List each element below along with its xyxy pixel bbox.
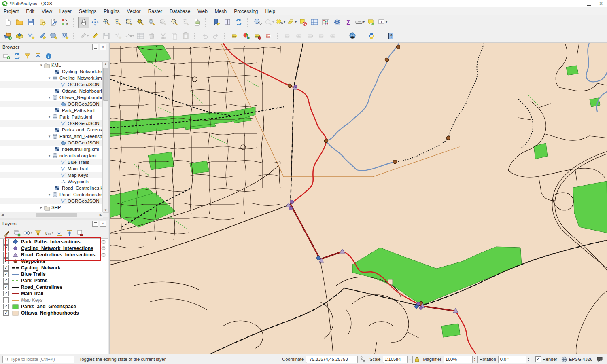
layer-item-park_paths[interactable]: ✓Park_Paths [0, 277, 108, 284]
menu-settings[interactable]: Settings [75, 7, 100, 15]
statistical-summary-button[interactable]: Σ [343, 17, 354, 28]
layer-labeling-button[interactable]: abc [229, 30, 241, 42]
layer-item-waypoints[interactable]: ✓Waypoints [0, 258, 108, 265]
expander-icon[interactable]: ▾ [47, 154, 52, 158]
processing-toolbox-button[interactable] [331, 17, 343, 28]
menu-layer[interactable]: Layer [56, 7, 75, 15]
current-edits-button[interactable]: ▾ [78, 30, 89, 42]
move-label-button[interactable]: abc [282, 30, 294, 42]
refresh-map-button[interactable] [233, 17, 244, 28]
filter-legend-button[interactable] [33, 229, 43, 237]
magnifier-spinner[interactable]: ▴▾ [473, 356, 478, 363]
layer-checkbox[interactable]: ✓ [3, 239, 9, 245]
new-virtual-layer-button[interactable] [48, 30, 59, 42]
add-selected-layers-button[interactable] [2, 52, 11, 61]
refresh-browser-button[interactable] [12, 52, 22, 61]
minimize-button[interactable]: — [571, 0, 583, 7]
crs-icon[interactable] [561, 356, 567, 362]
layer-checkbox[interactable]: ✓ [3, 258, 9, 264]
add-group-button[interactable] [12, 229, 22, 237]
browser-item[interactable]: ▾Parks_and_Greenspace [0, 133, 103, 140]
move-label-diagram-button[interactable]: abc [305, 30, 316, 42]
show-hide-labels-button[interactable]: abc [294, 30, 305, 42]
data-source-manager-button[interactable] [2, 30, 14, 42]
layer-item-cycling_network_intersections[interactable]: ✓Cycling_Network_Intersections [0, 245, 108, 252]
menu-raster[interactable]: Raster [144, 7, 166, 15]
zoom-to-selection-button[interactable] [135, 17, 146, 28]
expander-icon[interactable]: ▾ [47, 76, 52, 80]
layer-checkbox[interactable]: ✓ [3, 252, 9, 258]
locator-input[interactable]: Type to locate (Ctrl+K) [2, 356, 74, 363]
new-spatial-bookmark-button[interactable] [210, 17, 222, 28]
browser-item[interactable]: Main Trail [0, 165, 103, 172]
new-memory-layer-button[interactable] [59, 30, 70, 42]
menu-help[interactable]: Help [262, 7, 279, 15]
pan-to-selection-button[interactable] [89, 17, 101, 28]
browser-item[interactable]: OGRGeoJSON [0, 198, 103, 204]
expander-icon[interactable]: ▾ [47, 95, 52, 99]
project-properties-button[interactable] [48, 17, 59, 28]
menu-plugins[interactable]: Plugins [100, 7, 123, 15]
modify-attributes-button[interactable] [135, 30, 146, 42]
magnifier-input[interactable]: 100% [444, 356, 473, 363]
map-tips-button[interactable] [365, 17, 377, 28]
zoom-out-button[interactable] [112, 17, 123, 28]
browser-item[interactable]: Waypoints [0, 178, 103, 185]
layers-close-button[interactable]: × [100, 221, 106, 227]
layer-item-park_paths_intersections[interactable]: ✓Park_Paths_Intersections [0, 239, 108, 245]
delete-selected-button[interactable] [146, 30, 157, 42]
browser-item[interactable]: rideautrail.org.kml [0, 146, 103, 152]
menu-project[interactable]: Project [0, 7, 22, 15]
highlight-pinned-labels-button[interactable]: abc [263, 30, 275, 42]
layer-item-map keys[interactable]: Map Keys [0, 297, 108, 303]
rotation-input[interactable]: 0.0 ° [498, 356, 526, 363]
layer-checkbox[interactable]: ✓ [3, 291, 9, 296]
lock-scale-icon[interactable] [414, 356, 420, 362]
save-layer-edits-button[interactable] [101, 30, 112, 42]
expander-icon[interactable]: ▾ [47, 134, 52, 138]
browser-item[interactable]: OGRGeoJSON [0, 81, 103, 88]
zoom-in-button[interactable] [101, 17, 112, 28]
layers-float-button[interactable] [92, 221, 98, 227]
layer-checkbox[interactable]: ✓ [3, 284, 9, 290]
pan-map-button[interactable] [78, 17, 89, 28]
maximize-button[interactable] [583, 0, 595, 7]
browser-item[interactable]: ▾Cycling_Network.kml [0, 75, 103, 81]
crs-status[interactable]: EPSG:4326 [569, 357, 592, 362]
coordinate-input[interactable]: -75.83574,45.25753 [306, 356, 358, 363]
map-canvas[interactable] [109, 43, 607, 354]
filter-browser-button[interactable] [23, 52, 32, 61]
select-by-value-button[interactable]: ▾ [263, 17, 275, 28]
menu-vector[interactable]: Vector [123, 7, 144, 15]
layer-diagram-button[interactable] [241, 30, 252, 42]
browser-float-button[interactable] [92, 44, 98, 50]
menu-processing[interactable]: Processing [230, 7, 261, 15]
expander-icon[interactable]: ▸ [39, 205, 44, 210]
menu-web[interactable]: Web [194, 7, 211, 15]
zoom-last-button[interactable] [169, 17, 180, 28]
zoom-to-layer-button[interactable] [146, 17, 157, 28]
toggle-editing-button[interactable] [89, 30, 101, 42]
menu-edit[interactable]: Edit [22, 7, 38, 15]
show-bookmarks-button[interactable] [222, 17, 233, 28]
vertex-tool-button[interactable]: ▾ [123, 30, 135, 42]
zoom-native-button[interactable]: 1:1 [157, 17, 169, 28]
browser-item[interactable]: Parks_and_Greenspace [0, 127, 103, 133]
layer-checkbox[interactable]: ✓ [3, 245, 9, 251]
new-map-view-button[interactable] [191, 17, 203, 28]
open-attribute-table-button[interactable] [309, 17, 320, 28]
expander-icon[interactable]: ▾ [47, 193, 52, 197]
browser-close-button[interactable]: × [100, 44, 106, 50]
metasearch-button[interactable] [347, 30, 358, 42]
browser-item[interactable]: ▾Park_Paths.kml [0, 114, 103, 120]
expander-icon[interactable]: ▾ [47, 115, 52, 119]
menu-mesh[interactable]: Mesh [211, 7, 230, 15]
save-project-button[interactable] [25, 17, 36, 28]
browser-hscrollbar[interactable]: ◀ ▶ [0, 212, 103, 218]
render-checkbox[interactable]: ✓ [535, 356, 541, 362]
manage-map-themes-button[interactable]: ▾ [23, 229, 32, 237]
layer-item-blue trails[interactable]: ✓Blue Trails [0, 271, 108, 277]
cut-features-button[interactable] [157, 30, 169, 42]
browser-item[interactable]: ▾rideautrail.org.kml [0, 152, 103, 159]
browser-item[interactable]: OGRGeoJSON [0, 120, 103, 127]
